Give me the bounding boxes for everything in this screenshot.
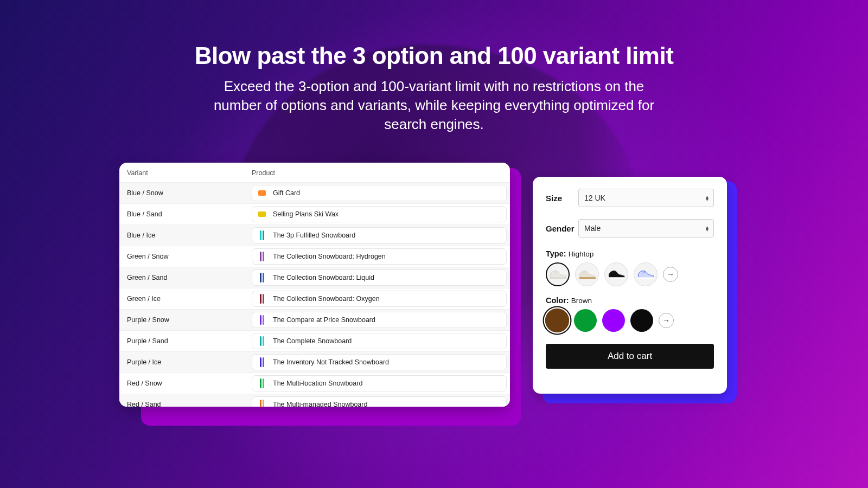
- product-cell-wrap: The Collection Snowboard: Liquid: [252, 269, 510, 286]
- svg-rect-23: [637, 277, 655, 279]
- product-thumb-icon: [257, 293, 267, 304]
- product-chip[interactable]: The Collection Snowboard: Liquid: [252, 269, 507, 286]
- product-name: The Collection Snowboard: Oxygen: [273, 295, 380, 303]
- svg-rect-8: [260, 294, 261, 304]
- product-chip[interactable]: The Inventory Not Tracked Snowboard: [252, 354, 507, 370]
- product-thumb-icon: [257, 209, 267, 220]
- gender-row: Gender Male ▴▾: [546, 219, 714, 237]
- hero-title: Blow past the 3 option and 100 variant l…: [0, 42, 868, 69]
- size-row: Size 12 UK ▴▾: [546, 189, 714, 207]
- svg-rect-11: [263, 315, 264, 325]
- select-caret-icon: ▴▾: [706, 195, 708, 201]
- table-row[interactable]: Green / IceThe Collection Snowboard: Oxy…: [119, 288, 510, 309]
- table-row[interactable]: Blue / SandSelling Plans Ski Wax: [119, 203, 510, 224]
- color-swatch-purple[interactable]: [602, 309, 625, 332]
- table-row[interactable]: Red / SnowThe Multi-location Snowboard: [119, 373, 510, 394]
- type-swatch-row: →: [546, 262, 714, 286]
- product-cell-wrap: The 3p Fulfilled Snowboard: [252, 227, 510, 243]
- product-chip[interactable]: The Compare at Price Snowboard: [252, 312, 507, 328]
- gender-select[interactable]: Male ▴▾: [578, 219, 714, 237]
- col-header-variant: Variant: [127, 169, 252, 177]
- type-more-arrow-icon[interactable]: →: [663, 267, 678, 282]
- color-swatch-row: →: [546, 309, 714, 332]
- variant-cell: Green / Sand: [127, 274, 252, 281]
- color-swatch-black[interactable]: [630, 309, 653, 332]
- svg-rect-15: [263, 357, 264, 367]
- product-name: The 3p Fulfilled Snowboard: [273, 232, 355, 239]
- product-name: The Compare at Price Snowboard: [273, 316, 375, 324]
- product-chip[interactable]: The Collection Snowboard: Hydrogen: [252, 248, 507, 265]
- variant-cell: Red / Sand: [127, 401, 252, 407]
- svg-rect-14: [260, 357, 261, 367]
- size-label: Size: [546, 194, 578, 203]
- product-chip[interactable]: Gift Card: [252, 185, 507, 201]
- type-swatch-hightop-black[interactable]: [604, 262, 628, 286]
- hero: Blow past the 3 option and 100 variant l…: [0, 0, 868, 134]
- product-name: The Inventory Not Tracked Snowboard: [273, 358, 389, 366]
- product-chip[interactable]: Selling Plans Ski Wax: [252, 206, 507, 222]
- product-cell-wrap: The Compare at Price Snowboard: [252, 312, 510, 328]
- type-swatch-hightop-cream[interactable]: [575, 262, 599, 286]
- color-swatch-brown[interactable]: [545, 309, 570, 333]
- variant-cell: Red / Snow: [127, 380, 252, 387]
- variant-cell: Green / Ice: [127, 295, 252, 303]
- gender-label: Gender: [546, 224, 578, 233]
- variant-cell: Purple / Snow: [127, 316, 252, 324]
- product-chip[interactable]: The Multi-managed Snowboard: [252, 396, 507, 407]
- svg-rect-10: [260, 315, 261, 325]
- table-row[interactable]: Purple / IceThe Inventory Not Tracked Sn…: [119, 351, 510, 373]
- table-body: Blue / SnowGift CardBlue / SandSelling P…: [119, 182, 510, 407]
- color-more-arrow-icon[interactable]: →: [659, 313, 674, 328]
- type-label-text: Type:: [546, 249, 566, 258]
- table-row[interactable]: Green / SnowThe Collection Snowboard: Hy…: [119, 246, 510, 267]
- svg-rect-20: [550, 277, 567, 279]
- type-selected-value: Hightop: [569, 250, 594, 258]
- product-name: Selling Plans Ski Wax: [273, 210, 339, 218]
- product-cell-wrap: The Collection Snowboard: Oxygen: [252, 291, 510, 307]
- variant-cell: Blue / Snow: [127, 189, 252, 197]
- product-cell-wrap: The Collection Snowboard: Hydrogen: [252, 248, 510, 265]
- table-row[interactable]: Blue / SnowGift Card: [119, 182, 510, 203]
- product-chip[interactable]: The Complete Snowboard: [252, 333, 507, 349]
- product-thumb-icon: [257, 251, 267, 262]
- variant-cell: Green / Snow: [127, 253, 252, 260]
- product-thumb-icon: [257, 399, 267, 407]
- svg-rect-16: [260, 378, 261, 388]
- svg-rect-7: [263, 273, 264, 282]
- select-caret-icon: ▴▾: [706, 226, 708, 231]
- color-swatch-green[interactable]: [574, 309, 597, 332]
- add-to-cart-button[interactable]: Add to cart: [546, 344, 714, 369]
- product-chip[interactable]: The Collection Snowboard: Oxygen: [252, 291, 507, 307]
- product-cell-wrap: The Complete Snowboard: [252, 333, 510, 349]
- svg-rect-12: [260, 336, 261, 346]
- col-header-product: Product: [252, 169, 275, 177]
- table-row[interactable]: Purple / SandThe Complete Snowboard: [119, 330, 510, 351]
- product-thumb-icon: [257, 357, 267, 368]
- product-name: Gift Card: [273, 189, 300, 197]
- product-thumb-icon: [257, 314, 267, 325]
- table-row[interactable]: Green / SandThe Collection Snowboard: Li…: [119, 267, 510, 288]
- svg-rect-4: [260, 252, 261, 261]
- size-select[interactable]: 12 UK ▴▾: [578, 189, 714, 207]
- product-name: The Collection Snowboard: Hydrogen: [273, 253, 386, 260]
- svg-rect-0: [258, 190, 266, 196]
- svg-rect-13: [263, 336, 264, 346]
- table-row[interactable]: Blue / IceThe 3p Fulfilled Snowboard: [119, 224, 510, 246]
- product-chip[interactable]: The Multi-location Snowboard: [252, 375, 507, 391]
- color-option-label: Color: Brown: [546, 296, 714, 305]
- product-cell-wrap: Selling Plans Ski Wax: [252, 206, 510, 222]
- type-swatch-hightop-blue[interactable]: [634, 262, 658, 286]
- svg-rect-5: [263, 252, 264, 261]
- table-row[interactable]: Red / SandThe Multi-managed Snowboard: [119, 394, 510, 407]
- color-selected-value: Brown: [571, 297, 592, 305]
- variant-cell: Blue / Ice: [127, 232, 252, 239]
- product-cell-wrap: The Multi-location Snowboard: [252, 375, 510, 391]
- variant-cell: Purple / Ice: [127, 358, 252, 366]
- product-cell-wrap: The Multi-managed Snowboard: [252, 396, 510, 407]
- table-row[interactable]: Purple / SnowThe Compare at Price Snowbo…: [119, 309, 510, 330]
- product-name: The Complete Snowboard: [273, 337, 352, 345]
- table-header-row: Variant Product: [119, 163, 510, 182]
- product-thumb-icon: [257, 378, 267, 389]
- product-chip[interactable]: The 3p Fulfilled Snowboard: [252, 227, 507, 243]
- type-swatch-hightop-white[interactable]: [546, 262, 570, 286]
